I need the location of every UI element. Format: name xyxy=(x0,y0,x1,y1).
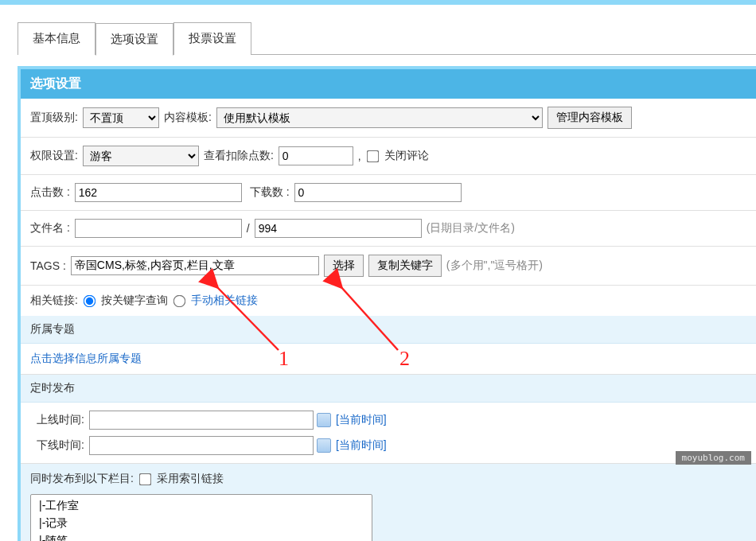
offline-current-time-link[interactable]: [当前时间] xyxy=(336,438,387,453)
tab-basic-info[interactable]: 基本信息 xyxy=(18,22,95,55)
permission-label: 权限设置: xyxy=(30,149,78,163)
tags-label: TAGS : xyxy=(30,259,66,272)
close-comment-checkbox[interactable] xyxy=(366,150,379,162)
use-index-link-label: 采用索引链接 xyxy=(157,472,224,486)
filename-hint: (日期目录/文件名) xyxy=(427,221,515,235)
tab-vote-settings[interactable]: 投票设置 xyxy=(173,22,251,55)
comma-separator: , xyxy=(358,150,361,162)
tags-hint: (多个用","逗号格开) xyxy=(446,259,543,273)
tags-select-button[interactable]: 选择 xyxy=(324,255,364,277)
click-count-label: 点击数 : xyxy=(30,185,70,200)
related-manual-link[interactable]: 手动相关链接 xyxy=(191,294,258,308)
offline-time-input[interactable] xyxy=(89,436,314,455)
online-time-input[interactable] xyxy=(89,411,314,430)
download-count-label: 下载数 : xyxy=(250,185,290,200)
filepath-input[interactable] xyxy=(255,219,422,238)
related-by-keyword-label: 按关键字查询 xyxy=(101,294,168,308)
watermark: moyublog.com xyxy=(676,451,751,465)
copy-keywords-button[interactable]: 复制关键字 xyxy=(368,255,442,277)
columns-listbox[interactable]: |-工作室|-记录|-随笔 xyxy=(30,494,372,541)
topic-section-header: 所属专题 xyxy=(21,316,756,344)
manage-template-button[interactable]: 管理内容模板 xyxy=(548,107,632,129)
list-item[interactable]: |-随笔 xyxy=(34,532,368,541)
use-index-link-checkbox[interactable] xyxy=(139,473,152,485)
related-by-keyword-radio[interactable] xyxy=(84,294,96,307)
publish-to-columns-label: 同时发布到以下栏目: xyxy=(30,472,134,486)
sticky-level-label: 置顶级别: xyxy=(30,111,78,125)
schedule-section-header: 定时发布 xyxy=(21,375,756,403)
tabs-container: 基本信息 选项设置 投票设置 xyxy=(18,22,756,55)
filename-slash: / xyxy=(247,222,250,235)
offline-time-label: 下线时间: xyxy=(37,438,84,453)
close-comment-label: 关闭评论 xyxy=(384,149,429,163)
panel-title: 选项设置 xyxy=(21,69,756,99)
click-count-input[interactable] xyxy=(75,183,242,202)
content-template-label: 内容模板: xyxy=(164,111,212,125)
select-topic-link[interactable]: 点击选择信息所属专题 xyxy=(30,352,142,366)
online-time-label: 上线时间: xyxy=(37,413,84,427)
tab-option-settings[interactable]: 选项设置 xyxy=(95,23,173,56)
deduct-points-label: 查看扣除点数: xyxy=(204,149,274,163)
content-template-select[interactable]: 使用默认模板 xyxy=(216,107,543,128)
sticky-level-select[interactable]: 不置顶 xyxy=(83,107,159,128)
calendar-icon[interactable] xyxy=(317,438,331,453)
list-item[interactable]: |-工作室 xyxy=(34,497,368,515)
deduct-points-input[interactable] xyxy=(279,146,353,165)
filename-label: 文件名 : xyxy=(30,221,70,235)
list-item[interactable]: |-记录 xyxy=(34,515,368,532)
download-count-input[interactable] xyxy=(294,183,462,202)
permission-select[interactable]: 游客 xyxy=(83,146,199,166)
related-links-label: 相关链接: xyxy=(30,294,78,308)
online-current-time-link[interactable]: [当前时间] xyxy=(336,413,387,427)
related-manual-radio[interactable] xyxy=(173,294,186,307)
filename-input[interactable] xyxy=(75,219,242,238)
tags-input[interactable] xyxy=(71,256,319,275)
calendar-icon[interactable] xyxy=(317,413,331,427)
